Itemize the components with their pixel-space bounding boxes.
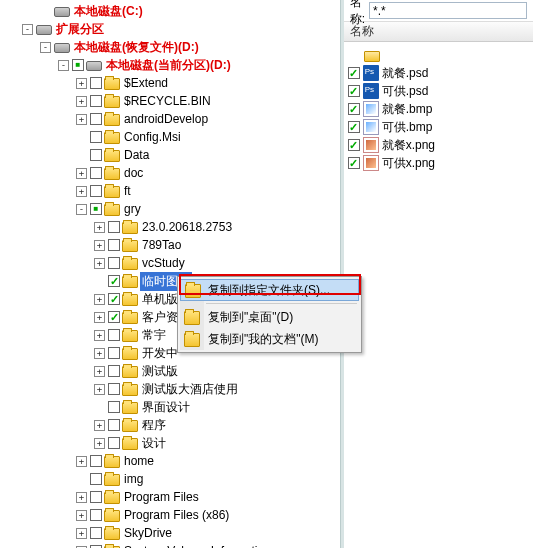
tree-row[interactable]: 界面设计	[4, 398, 340, 416]
file-checkbox[interactable]	[348, 121, 360, 133]
file-row[interactable]: 就餐.bmp	[346, 100, 531, 118]
tree-checkbox[interactable]	[108, 275, 120, 287]
tree-row[interactable]: +System Volume Information	[4, 542, 340, 548]
tree-row[interactable]: +vcStudy	[4, 254, 340, 272]
expand-icon[interactable]: +	[76, 96, 87, 107]
tree-checkbox[interactable]	[90, 527, 102, 539]
tree-row[interactable]: Config.Msi	[4, 128, 340, 146]
tree-row[interactable]: -gry	[4, 200, 340, 218]
tree-checkbox[interactable]	[90, 149, 102, 161]
tree-row[interactable]: +$RECYCLE.BIN	[4, 92, 340, 110]
tree-checkbox[interactable]	[90, 131, 102, 143]
tree-row[interactable]: +Program Files (x86)	[4, 506, 340, 524]
column-header-name[interactable]: 名称	[344, 22, 533, 42]
filter-input[interactable]	[369, 2, 527, 19]
tree-checkbox[interactable]	[90, 203, 102, 215]
expand-icon[interactable]: +	[94, 438, 105, 449]
collapse-icon[interactable]: -	[58, 60, 69, 71]
tree-row[interactable]: -本地磁盘(当前分区)(D:)	[4, 56, 340, 74]
tree-row[interactable]: +$Extend	[4, 74, 340, 92]
expand-icon[interactable]: +	[94, 420, 105, 431]
tree-checkbox[interactable]	[90, 491, 102, 503]
expand-icon[interactable]: +	[76, 456, 87, 467]
tree-row[interactable]: +home	[4, 452, 340, 470]
tree-row[interactable]: +doc	[4, 164, 340, 182]
tree-checkbox[interactable]	[108, 221, 120, 233]
expand-icon[interactable]: +	[94, 294, 105, 305]
file-row[interactable]: 可供.psd	[346, 82, 531, 100]
tree-checkbox[interactable]	[108, 329, 120, 341]
tree-row[interactable]: 本地磁盘(C:)	[4, 2, 340, 20]
tree-checkbox[interactable]	[108, 383, 120, 395]
file-name: 可供.psd	[382, 83, 429, 100]
expand-icon[interactable]: +	[94, 366, 105, 377]
tree-checkbox[interactable]	[108, 239, 120, 251]
tree-checkbox[interactable]	[108, 347, 120, 359]
tree-row[interactable]: +程序	[4, 416, 340, 434]
tree-checkbox[interactable]	[108, 293, 120, 305]
file-checkbox[interactable]	[348, 139, 360, 151]
expand-icon[interactable]: +	[94, 384, 105, 395]
tree-row[interactable]: +androidDevelop	[4, 110, 340, 128]
parent-folder-row[interactable]	[346, 46, 531, 64]
file-checkbox[interactable]	[348, 103, 360, 115]
tree-checkbox[interactable]	[90, 455, 102, 467]
expand-icon[interactable]: +	[94, 330, 105, 341]
tree-label: home	[122, 453, 156, 469]
file-row[interactable]: 可供x.png	[346, 154, 531, 172]
tree-row[interactable]: +设计	[4, 434, 340, 452]
expand-icon[interactable]: +	[94, 258, 105, 269]
file-checkbox[interactable]	[348, 85, 360, 97]
file-name: 可供.bmp	[382, 119, 433, 136]
expand-icon[interactable]: +	[76, 528, 87, 539]
tree-row[interactable]: +测试版大酒店使用	[4, 380, 340, 398]
file-row[interactable]: 就餐x.png	[346, 136, 531, 154]
collapse-icon[interactable]: -	[76, 204, 87, 215]
expand-icon[interactable]: +	[94, 240, 105, 251]
tree-checkbox[interactable]	[108, 257, 120, 269]
expand-icon[interactable]: +	[76, 168, 87, 179]
folder-tree[interactable]: 本地磁盘(C:)-扩展分区-本地磁盘(恢复文件)(D:)-本地磁盘(当前分区)(…	[0, 0, 340, 548]
file-row[interactable]: 就餐.psd	[346, 64, 531, 82]
tree-row[interactable]: -本地磁盘(恢复文件)(D:)	[4, 38, 340, 56]
collapse-icon[interactable]: -	[40, 42, 51, 53]
tree-checkbox[interactable]	[90, 95, 102, 107]
expand-icon[interactable]: +	[76, 114, 87, 125]
tree-row[interactable]: +Program Files	[4, 488, 340, 506]
file-checkbox[interactable]	[348, 67, 360, 79]
expand-icon[interactable]: +	[94, 312, 105, 323]
tree-checkbox[interactable]	[90, 167, 102, 179]
collapse-icon[interactable]: -	[22, 24, 33, 35]
tree-checkbox[interactable]	[90, 185, 102, 197]
menu-copy-to-documents[interactable]: 复制到"我的文档"(M)	[180, 328, 359, 350]
tree-row[interactable]: +23.0.20618.2753	[4, 218, 340, 236]
tree-checkbox[interactable]	[90, 509, 102, 521]
tree-checkbox[interactable]	[108, 401, 120, 413]
tree-row[interactable]: +ft	[4, 182, 340, 200]
tree-row[interactable]: +SkyDrive	[4, 524, 340, 542]
tree-checkbox[interactable]	[108, 311, 120, 323]
expand-icon[interactable]: +	[76, 78, 87, 89]
tree-checkbox[interactable]	[90, 473, 102, 485]
menu-copy-to-desktop[interactable]: 复制到"桌面"(D)	[180, 306, 359, 328]
tree-checkbox[interactable]	[108, 365, 120, 377]
tree-row[interactable]: Data	[4, 146, 340, 164]
expand-icon[interactable]: +	[76, 186, 87, 197]
tree-checkbox[interactable]	[72, 59, 84, 71]
file-row[interactable]: 可供.bmp	[346, 118, 531, 136]
expand-icon[interactable]: +	[76, 492, 87, 503]
tree-row[interactable]: +测试版	[4, 362, 340, 380]
menu-copy-to-folder[interactable]: 复制到指定文件夹(S)...	[180, 279, 359, 301]
tree-checkbox[interactable]	[108, 419, 120, 431]
expand-icon[interactable]: +	[76, 510, 87, 521]
tree-row[interactable]: -扩展分区	[4, 20, 340, 38]
psd-file-icon	[363, 83, 379, 99]
tree-checkbox[interactable]	[90, 77, 102, 89]
tree-row[interactable]: img	[4, 470, 340, 488]
expand-icon[interactable]: +	[94, 222, 105, 233]
file-checkbox[interactable]	[348, 157, 360, 169]
tree-checkbox[interactable]	[90, 113, 102, 125]
expand-icon[interactable]: +	[94, 348, 105, 359]
tree-checkbox[interactable]	[108, 437, 120, 449]
tree-row[interactable]: +789Tao	[4, 236, 340, 254]
